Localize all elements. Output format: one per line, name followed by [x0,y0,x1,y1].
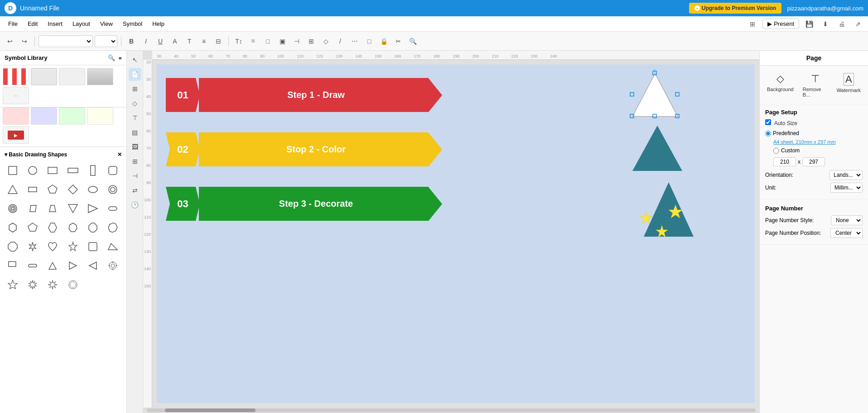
shadow-button[interactable]: ▣ [276,35,289,48]
thumb-1[interactable] [3,68,29,85]
shape-oct2[interactable] [105,219,121,236]
shape-tri3[interactable] [85,200,101,217]
custom-radio[interactable] [773,148,779,154]
vt-shuffle[interactable]: ⇄ [129,184,141,197]
shape-flag[interactable] [5,258,21,274]
thumb-4[interactable] [87,68,113,85]
shapes-close-icon[interactable]: ✕ [117,151,122,158]
bold-button[interactable]: B [125,35,138,48]
text-button[interactable]: T [183,35,196,48]
step-3-num[interactable]: 03 [166,187,200,221]
background-tool[interactable]: ◇ Background [764,70,796,100]
step-1-num[interactable]: 01 [166,78,200,112]
page-number-style-select[interactable]: None [831,215,863,225]
step-1-label[interactable]: Step 1 - Draw [199,78,429,112]
triangle-white[interactable] [628,69,682,123]
watermark-tool[interactable]: A Watermark [834,70,863,100]
shape-square[interactable] [5,162,21,179]
thumb-2[interactable] [31,68,57,85]
underline-button[interactable]: U [154,35,167,48]
shape-hex6[interactable] [44,219,61,236]
thumb-9[interactable] [87,107,113,125]
font-size-dropdown[interactable] [95,35,117,47]
menu-view[interactable]: View [96,19,117,29]
step-1-row[interactable]: 01 Step 1 - Draw [166,78,442,112]
upgrade-button[interactable]: Upgrade to Premium Version [689,3,782,14]
shape-starbig[interactable] [44,277,61,293]
shape-pill[interactable] [24,258,41,274]
vt-diamond[interactable]: ◇ [129,97,141,110]
menu-layout[interactable]: Layout [68,19,95,29]
fill-button[interactable]: ◇ [319,35,332,48]
connector-button[interactable]: ⊣ [290,35,303,48]
height-input[interactable] [802,157,825,166]
orientation-select[interactable]: Lands... [829,170,863,180]
shape-hex7[interactable] [65,219,81,236]
font-family-dropdown[interactable] [39,35,93,47]
crop-button[interactable]: ⊞ [305,35,318,48]
shape-star6[interactable] [5,277,21,293]
menu-file[interactable]: File [4,19,22,29]
collapse-icon[interactable]: « [119,54,122,61]
vt-connect[interactable]: ⊣ [129,170,141,182]
shape-rounded-rect[interactable] [105,162,121,179]
text-format-button[interactable]: T↕ [232,35,245,48]
download-button[interactable]: ⬇ [819,18,832,30]
shape-oct[interactable] [85,219,101,236]
shape-tri-lt[interactable] [85,258,101,274]
redo-button[interactable]: ↪ [18,35,31,48]
triangle-1-container[interactable] [628,69,682,123]
search-icon[interactable]: 🔍 [108,54,115,61]
line-button[interactable]: / [334,35,347,48]
thumb-8[interactable] [59,107,85,125]
step-2-num[interactable]: 02 [166,132,200,166]
shape-hexagon[interactable] [5,219,21,236]
menu-help[interactable]: Help [148,19,169,29]
present-button[interactable]: ▶ Present [762,19,799,29]
unit-select[interactable]: Millim... [830,183,863,193]
shape-circle[interactable] [24,162,41,179]
vt-page[interactable]: 📄 [129,68,141,81]
shape-button[interactable]: □ [261,35,274,48]
shape-star8[interactable] [24,277,41,293]
shape-tri-rt[interactable] [65,258,81,274]
shape-pentagon[interactable] [44,181,61,198]
shape-tri-sm[interactable] [44,258,61,274]
shape-rounded-rect2[interactable] [105,200,121,217]
shape-explosion[interactable] [65,277,81,293]
predefined-radio[interactable] [765,131,771,136]
shape-tri2[interactable] [65,200,81,217]
thumb-5[interactable]: ··· [3,87,29,104]
vt-export[interactable]: ⊤ [129,112,141,124]
shape-oct3[interactable] [5,238,21,255]
shape-diamond[interactable] [65,181,81,198]
shape-rect[interactable] [44,162,61,179]
vt-image[interactable]: 🖼 [129,141,141,153]
shape-double-ring[interactable] [5,200,21,217]
vt-select[interactable]: ↖ [129,53,141,66]
shape-parallelogram[interactable] [24,200,41,217]
thumb-6[interactable] [3,107,29,125]
menu-edit[interactable]: Edit [23,19,42,29]
vt-layer[interactable]: ▤ [129,126,141,139]
vt-history[interactable]: 🕐 [129,199,141,211]
step-2-row[interactable]: 02 Stop 2 - Color [166,132,442,166]
font-color-button[interactable]: A [169,35,181,48]
menu-symbol[interactable]: Symbol [118,19,147,29]
shape-heart[interactable] [44,238,61,255]
align-button[interactable]: ⊟ [212,35,225,48]
triangle-teal[interactable] [630,123,685,173]
step-3-label[interactable]: Step 3 - Decorate [199,187,429,221]
shape-rounded-square[interactable] [85,238,101,255]
shape-triangle[interactable] [5,181,21,198]
shape-trapezoid2[interactable] [105,238,121,255]
format-button[interactable]: ✂ [392,35,405,48]
line-style-button[interactable]: ⋯ [348,35,361,48]
triangle-2-container[interactable] [630,123,685,173]
menu-insert[interactable]: Insert [43,19,67,29]
save-button[interactable]: 💾 [803,18,815,30]
thumb-7[interactable] [31,107,57,125]
undo-button[interactable]: ↩ [4,35,16,48]
shape-trapezoid[interactable] [44,200,61,217]
step-3-row[interactable]: 03 Step 3 - Decorate [166,187,442,221]
